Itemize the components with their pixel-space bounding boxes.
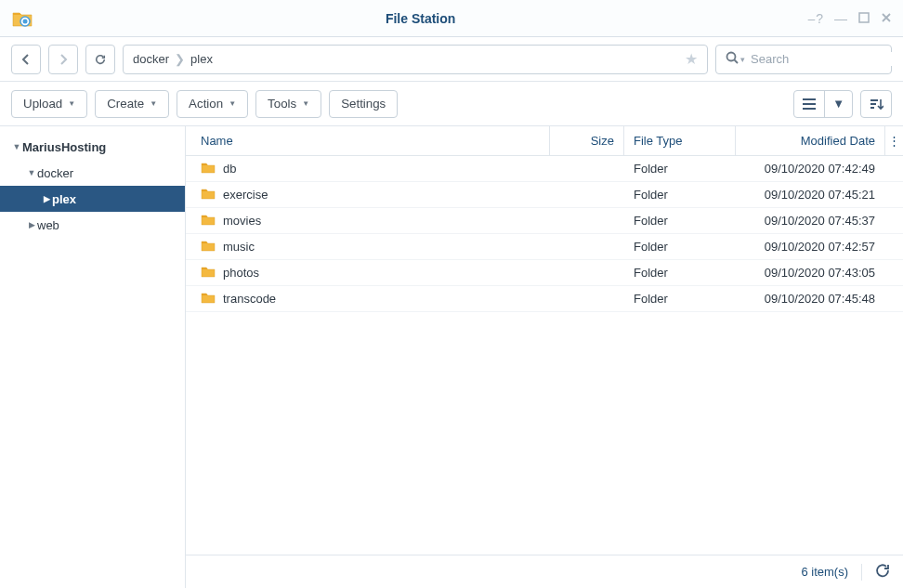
search-icon [726, 51, 739, 67]
divider [861, 564, 862, 581]
refresh-icon[interactable] [875, 563, 890, 581]
view-mode-group: ▼ [793, 90, 853, 118]
file-name: movies [223, 214, 261, 228]
settings-label: Settings [341, 97, 386, 111]
file-type: Folder [624, 214, 736, 228]
svg-point-1 [23, 19, 28, 23]
table-row[interactable]: moviesFolder09/10/2020 07:45:37 [186, 208, 903, 234]
file-name: photos [223, 266, 259, 280]
forward-button[interactable] [48, 45, 78, 74]
path-segment-0[interactable]: docker [133, 52, 169, 66]
caret-down-icon: ▼ [68, 99, 75, 108]
minimize-icon[interactable]: — [834, 11, 847, 26]
close-icon[interactable] [881, 11, 892, 26]
header-size[interactable]: Size [550, 126, 624, 155]
refresh-button[interactable] [85, 45, 115, 74]
app-icon [11, 7, 33, 30]
file-type: Folder [624, 240, 736, 254]
table-row[interactable]: transcodeFolder09/10/2020 07:45:48 [186, 286, 903, 312]
table-row[interactable]: dbFolder09/10/2020 07:42:49 [186, 156, 903, 182]
header-name[interactable]: Name [186, 126, 550, 155]
navbar: docker ❯ plex ★ ▾ [0, 37, 903, 82]
path-bar[interactable]: docker ❯ plex ★ [123, 45, 708, 74]
file-modified: 09/10/2020 07:42:57 [736, 240, 884, 254]
file-name: db [223, 162, 236, 176]
upload-button[interactable]: Upload▼ [11, 90, 87, 118]
help-icon[interactable]: ‒? [807, 11, 823, 26]
file-type: Folder [624, 292, 736, 306]
header-type[interactable]: File Type [624, 126, 736, 155]
chevron-down-icon: ▼ [11, 142, 22, 151]
titlebar: File Station ‒? — [0, 0, 903, 37]
file-modified: 09/10/2020 07:42:49 [736, 162, 884, 176]
upload-label: Upload [23, 97, 62, 111]
file-type: Folder [624, 162, 736, 176]
header-modified[interactable]: Modified Date [736, 126, 884, 155]
sidebar: ▼MariusHosting ▼docker ▶plex ▶web [0, 126, 186, 588]
file-name: exercise [223, 188, 268, 202]
caret-down-icon: ▼ [229, 99, 236, 108]
create-label: Create [107, 97, 144, 111]
main-area: ▼MariusHosting ▼docker ▶plex ▶web Name S… [0, 126, 903, 588]
view-dropdown-icon[interactable]: ▼ [824, 91, 852, 117]
svg-rect-2 [859, 13, 869, 22]
statusbar: 6 item(s) [186, 555, 903, 588]
folder-icon [201, 213, 216, 229]
tree-item-web[interactable]: ▶web [0, 212, 185, 238]
search-options-chevron[interactable]: ▾ [740, 55, 745, 64]
sort-icon[interactable] [861, 91, 891, 117]
file-name: music [223, 240, 255, 254]
table-row[interactable]: photosFolder09/10/2020 07:43:05 [186, 260, 903, 286]
action-button[interactable]: Action▼ [177, 90, 248, 118]
folder-icon [201, 291, 216, 307]
table-row[interactable]: musicFolder09/10/2020 07:42:57 [186, 234, 903, 260]
search-bar[interactable]: ▾ [715, 45, 892, 74]
search-input[interactable] [751, 52, 903, 66]
file-name: transcode [223, 292, 276, 306]
chevron-right-icon: ▶ [26, 220, 37, 229]
create-button[interactable]: Create▼ [95, 90, 169, 118]
back-button[interactable] [11, 45, 41, 74]
window-controls: ‒? — [807, 11, 892, 26]
toolbar: Upload▼ Create▼ Action▼ Tools▼ Settings … [0, 82, 903, 126]
tree-item-docker[interactable]: ▼docker [0, 160, 185, 186]
tools-label: Tools [268, 97, 296, 111]
table-row[interactable]: exerciseFolder09/10/2020 07:45:21 [186, 182, 903, 208]
file-modified: 09/10/2020 07:43:05 [736, 266, 884, 280]
caret-down-icon: ▼ [302, 99, 309, 108]
file-modified: 09/10/2020 07:45:37 [736, 214, 884, 228]
settings-button[interactable]: Settings [329, 90, 398, 118]
sort-group [860, 90, 892, 118]
chevron-down-icon: ▼ [26, 168, 37, 177]
tree-item-label: web [37, 218, 59, 232]
column-options-icon[interactable]: ⋮ [884, 126, 903, 155]
chevron-right-icon: ❯ [175, 52, 185, 66]
folder-icon [201, 161, 216, 176]
caret-down-icon: ▼ [150, 99, 157, 108]
file-list-panel: Name Size File Type Modified Date ⋮ dbFo… [186, 126, 903, 588]
tree-item-plex[interactable]: ▶plex [0, 186, 185, 212]
maximize-icon[interactable] [858, 11, 870, 26]
tree-root[interactable]: ▼MariusHosting [0, 134, 185, 160]
action-label: Action [189, 97, 223, 111]
file-type: Folder [624, 188, 736, 202]
svg-point-3 [727, 53, 736, 61]
list-view-icon[interactable] [794, 91, 824, 117]
path-segment-1[interactable]: plex [190, 52, 213, 66]
tree-root-label: MariusHosting [22, 140, 106, 154]
tools-button[interactable]: Tools▼ [255, 90, 321, 118]
file-rows: dbFolder09/10/2020 07:42:49exerciseFolde… [186, 156, 903, 555]
file-modified: 09/10/2020 07:45:21 [736, 188, 884, 202]
folder-icon [201, 239, 216, 255]
file-type: Folder [624, 266, 736, 280]
tree-item-label: plex [52, 192, 76, 206]
folder-icon [201, 187, 216, 203]
favorite-star-icon[interactable]: ★ [685, 50, 698, 68]
file-modified: 09/10/2020 07:45:48 [736, 292, 884, 306]
window-title: File Station [33, 11, 807, 26]
item-count: 6 item(s) [801, 565, 848, 579]
folder-icon [201, 265, 216, 281]
tree-item-label: docker [37, 166, 73, 180]
column-headers: Name Size File Type Modified Date ⋮ [186, 126, 903, 156]
chevron-right-icon: ▶ [41, 194, 52, 203]
